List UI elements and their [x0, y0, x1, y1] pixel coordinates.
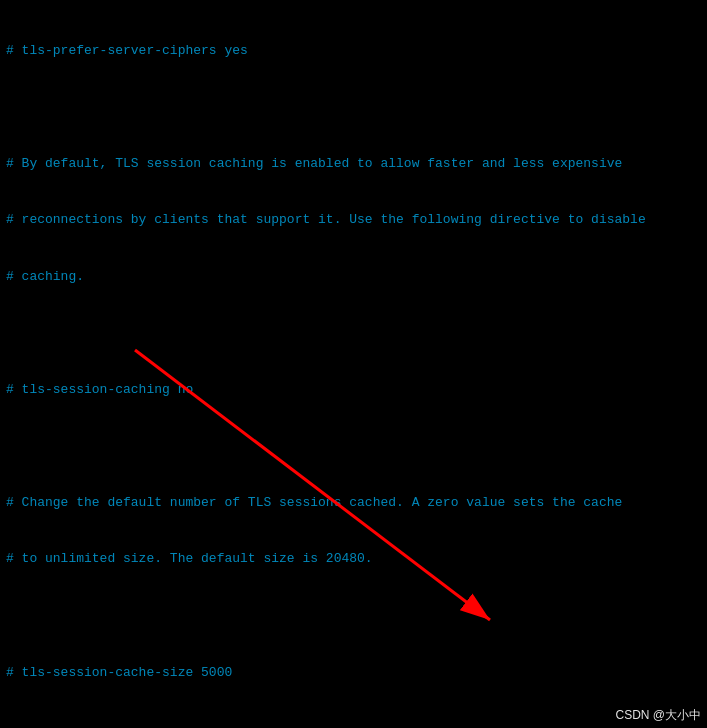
watermark: CSDN @大小中	[615, 707, 701, 724]
line-9: # Change the default number of TLS sessi…	[6, 494, 701, 513]
line-5: # caching.	[6, 268, 701, 287]
line-7: # tls-session-caching no	[6, 381, 701, 400]
terminal-window: # tls-prefer-server-ciphers yes # By def…	[0, 0, 707, 728]
line-3: # By default, TLS session caching is ena…	[6, 155, 701, 174]
line-11	[6, 607, 701, 626]
line-6	[6, 324, 701, 343]
line-8	[6, 437, 701, 456]
line-13	[6, 720, 701, 728]
line-2	[6, 98, 701, 117]
line-1: # tls-prefer-server-ciphers yes	[6, 42, 701, 61]
line-4: # reconnections by clients that support …	[6, 211, 701, 230]
line-12: # tls-session-cache-size 5000	[6, 664, 701, 683]
terminal-content: # tls-prefer-server-ciphers yes # By def…	[6, 4, 701, 728]
line-10: # to unlimited size. The default size is…	[6, 550, 701, 569]
